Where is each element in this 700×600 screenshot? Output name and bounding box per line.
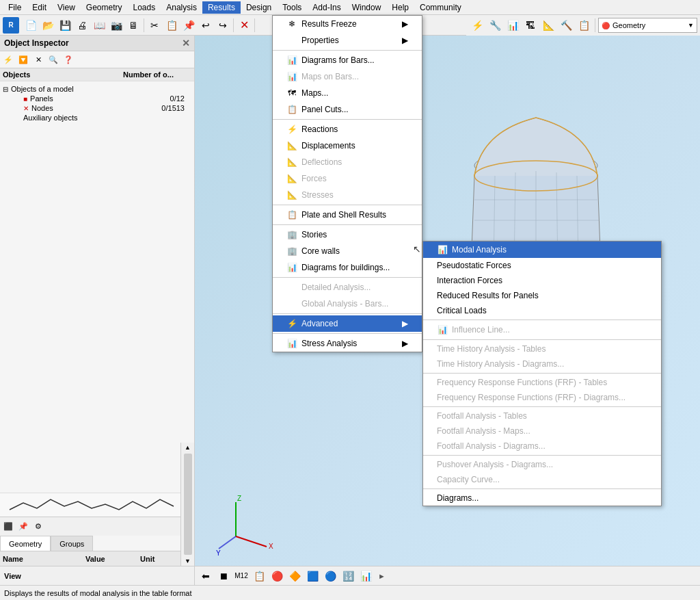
menu-core-walls[interactable]: 🏢 Core walls	[273, 243, 422, 259]
tab-geometry[interactable]: Geometry	[0, 536, 51, 551]
menu-footfall-tables[interactable]: Footfall Analysis - Tables	[423, 408, 661, 423]
bt5[interactable]: 🔴	[269, 568, 285, 584]
scroll-right-arrow[interactable]: ►	[378, 572, 386, 580]
menu-tha-diagrams[interactable]: Time History Analysis - Diagrams...	[423, 356, 661, 371]
menu-results-freeze[interactable]: ❄ Results Freeze ▶	[273, 16, 422, 32]
delete-btn[interactable]: ✕	[236, 17, 252, 34]
copy-btn[interactable]: 📋	[163, 17, 180, 34]
scroll-thumb[interactable]	[184, 454, 192, 555]
menu-geometry[interactable]: Geometry	[81, 1, 128, 14]
menu-community[interactable]: Community	[414, 1, 467, 14]
tb-icon3[interactable]: 📊	[504, 17, 521, 34]
bt2[interactable]: ⏹	[215, 568, 232, 584]
menu-diagrams-bars[interactable]: 📊 Diagrams for Bars...	[273, 52, 422, 68]
menu-diagrams-buildings[interactable]: 📊 Diagrams for buildings...	[273, 259, 422, 276]
tree-auxiliary[interactable]: Auxiliary objects	[3, 113, 191, 122]
paste-btn[interactable]: 📌	[180, 17, 197, 34]
bt4[interactable]: 📋	[251, 568, 267, 584]
menu-interaction[interactable]: Interaction Forces	[423, 273, 661, 288]
menu-properties[interactable]: Properties ▶	[273, 32, 422, 49]
menu-influence-line[interactable]: 📊 Influence Line...	[423, 322, 661, 338]
tb-icon6[interactable]: 🔨	[558, 17, 574, 34]
tab-groups[interactable]: Groups	[51, 536, 93, 551]
menu-advanced[interactable]: ⚡ Advanced ▶	[273, 315, 422, 332]
tb-icon7[interactable]: 📋	[576, 17, 592, 34]
tb-icon5[interactable]: 📐	[540, 17, 556, 34]
menu-loads[interactable]: Loads	[128, 1, 161, 14]
bt7[interactable]: 🟦	[304, 568, 321, 584]
menu-deflections[interactable]: 📐 Deflections	[273, 154, 422, 170]
bt6[interactable]: 🔶	[286, 568, 303, 584]
expand-icon[interactable]: ⬛	[1, 520, 15, 534]
geometry-dropdown[interactable]: 🔴 Geometry ▼	[598, 18, 697, 33]
menu-modal-analysis[interactable]: 📊 Modal Analysis	[423, 242, 661, 258]
minimize-icon[interactable]: 📌	[16, 520, 30, 534]
menu-results[interactable]: Results	[202, 1, 241, 14]
zoom-icon[interactable]: 🔍	[46, 53, 60, 66]
menu-window[interactable]: Window	[347, 1, 387, 14]
menu-pushover[interactable]: Pushover Analysis - Diagrams...	[423, 457, 661, 472]
menu-edit[interactable]: Edit	[27, 1, 52, 14]
menu-reactions[interactable]: ⚡ Reactions	[273, 121, 422, 138]
menu-diagrams[interactable]: Diagrams...	[423, 491, 661, 506]
tree-nodes[interactable]: ✕ Nodes 0/1513	[3, 103, 191, 113]
menu-frf-diagrams[interactable]: Frequency Response Functions (FRF) - Dia…	[423, 390, 661, 405]
screen-btn[interactable]: 🖥	[125, 17, 142, 34]
bt1[interactable]: ⬅	[198, 568, 214, 584]
undo-btn[interactable]: ↩	[198, 17, 214, 34]
advanced-dropdown-menu[interactable]: ↖ 📊 Modal Analysis Pseudostatic Forces I…	[422, 241, 662, 506]
cut-btn[interactable]: ✂	[146, 17, 163, 34]
menu-maps[interactable]: 🗺 Maps...	[273, 85, 422, 101]
panel-close-btn[interactable]: ✕	[182, 38, 190, 49]
menu-detailed-analysis[interactable]: Detailed Analysis...	[273, 279, 422, 296]
scrollbar[interactable]: ▲ ▼	[180, 443, 194, 566]
bt8[interactable]: 🔵	[322, 568, 338, 584]
menu-forces[interactable]: 📐 Forces	[273, 170, 422, 187]
menu-view[interactable]: View	[52, 1, 81, 14]
filter2-icon[interactable]: 🔽	[16, 53, 30, 66]
menu-footfall-maps[interactable]: Footfall Analysis - Maps...	[423, 423, 661, 439]
menu-design[interactable]: Design	[241, 1, 277, 14]
menu-pseudostatic[interactable]: Pseudostatic Forces	[423, 258, 661, 273]
menu-global-analysis[interactable]: Global Analysis - Bars...	[273, 296, 422, 312]
settings-icon[interactable]: ⚙	[31, 520, 45, 534]
menu-reduced-results[interactable]: Reduced Results for Panels	[423, 288, 661, 303]
book-btn[interactable]: 📖	[91, 17, 107, 34]
scroll-down-icon[interactable]: ▼	[183, 556, 192, 566]
bt3[interactable]: M12	[233, 568, 250, 584]
bt9[interactable]: 🔢	[340, 568, 356, 584]
menu-addins[interactable]: Add-Ins	[307, 1, 346, 14]
menu-file[interactable]: File	[3, 1, 27, 14]
menu-stresses[interactable]: 📐 Stresses	[273, 187, 422, 203]
menu-help[interactable]: Help	[386, 1, 414, 14]
tree-panels[interactable]: ■ Panels 0/12	[3, 94, 191, 103]
menu-analysis[interactable]: Analysis	[161, 1, 202, 14]
open-btn[interactable]: 📂	[40, 17, 56, 34]
bt10[interactable]: 📊	[358, 568, 374, 584]
camera-btn[interactable]: 📷	[108, 17, 124, 34]
print-btn[interactable]: 🖨	[74, 17, 90, 34]
menu-stress-analysis[interactable]: 📊 Stress Analysis ▶	[273, 335, 422, 352]
filter3-icon[interactable]: ✕	[31, 53, 45, 66]
menu-displacements[interactable]: 📐 Displacements	[273, 138, 422, 154]
filter-icon[interactable]: ⚡	[1, 53, 15, 66]
redo-btn[interactable]: ↪	[215, 17, 231, 34]
tb-icon4[interactable]: 🏗	[522, 17, 539, 34]
menu-maps-bars[interactable]: 📊 Maps on Bars...	[273, 68, 422, 85]
menu-footfall-diagrams[interactable]: Footfall Analysis - Diagrams...	[423, 439, 661, 454]
menu-stories[interactable]: 🏢 Stories	[273, 226, 422, 243]
results-dropdown-menu[interactable]: ❄ Results Freeze ▶ Properties ▶ 📊 Diagra…	[272, 15, 422, 352]
tb-icon1[interactable]: ⚡	[469, 17, 485, 34]
help2-icon[interactable]: ❓	[62, 53, 75, 66]
menu-plate-shell[interactable]: 📋 Plate and Shell Results	[273, 207, 422, 223]
tree-root[interactable]: ⊟ Objects of a model	[3, 84, 191, 94]
menu-panel-cuts[interactable]: 📋 Panel Cuts...	[273, 101, 422, 118]
menu-critical-loads[interactable]: Critical Loads	[423, 303, 661, 318]
tb-icon2[interactable]: 🔧	[487, 17, 503, 34]
menu-capacity[interactable]: Capacity Curve...	[423, 472, 661, 487]
new-btn[interactable]: 📄	[23, 17, 39, 34]
scroll-up-icon[interactable]: ▲	[183, 443, 192, 452]
save-btn[interactable]: 💾	[57, 17, 73, 34]
menu-tha-tables[interactable]: Time History Analysis - Tables	[423, 341, 661, 356]
menu-tools[interactable]: Tools	[277, 1, 307, 14]
